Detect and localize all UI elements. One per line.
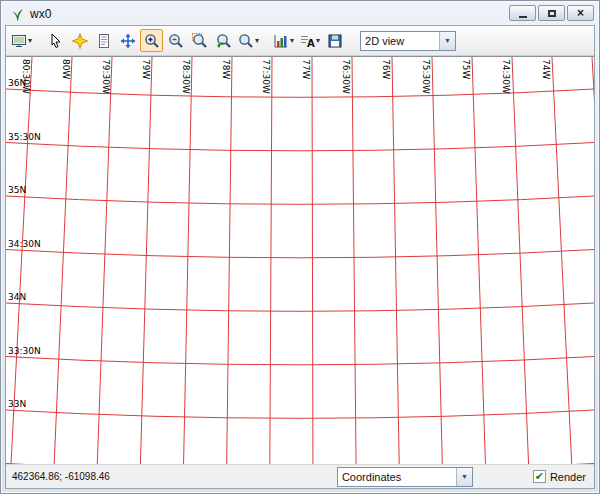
tool-pointer[interactable] [44,29,67,52]
meridian-line [432,57,442,464]
zoom-out-icon [168,33,184,49]
zoom-in-icon [144,33,160,49]
lon-label: 78:30W [180,59,191,94]
meridian-line [592,57,594,464]
meridian-line [184,57,192,464]
tool-zoom-back[interactable] [212,29,235,52]
lon-label: 75:30W [420,59,431,94]
tool-zoom-options[interactable]: ▾ [236,29,261,52]
window-controls: × [509,5,594,21]
meridian-line [552,57,572,464]
pointer-icon [48,33,64,49]
lon-label: 77:30W [260,59,271,94]
meridian-line [312,57,313,464]
meridian-line [97,57,112,464]
tool-zoom-to-selected[interactable] [188,29,211,52]
lon-label: 74:30W [500,59,511,94]
app-body: ▾▾▾A▾ 2D view ▼ 80:30W80W79:30W79W78:30W… [5,25,595,489]
analyze-icon [273,33,289,49]
add-overlay-icon: A [299,33,315,49]
lon-label: 74W [540,59,551,79]
pan-icon [120,33,136,49]
app-window: wx0 × ▾▾▾A▾ 2D view ▼ 80:30W80W79:30W79W… [0,0,600,494]
view-mode-value: 2D view [361,35,439,47]
close-button[interactable]: × [567,5,594,21]
meridian-line [270,57,272,464]
meridian-line [140,57,152,464]
meridian-line [472,57,485,464]
meridian-line [512,57,529,464]
meridian-line [392,57,399,464]
lon-label: 77W [300,59,311,79]
window-title: wx0 [30,7,51,21]
render-label: Render [550,471,586,483]
parallel-line [6,303,594,311]
meridian-line [227,57,232,464]
app-icon [10,7,25,22]
lat-label: 33:30N [8,346,41,356]
close-icon: × [577,7,584,19]
dropdown-arrow-icon: ▾ [255,36,259,45]
titlebar[interactable]: wx0 × [5,1,595,25]
lon-label: 75W [460,59,471,79]
lon-label: 79:30W [100,59,111,94]
statusbar-mode-select[interactable]: Coordinates ▼ [337,467,473,487]
parallel-line [6,410,594,418]
zoom-back-icon [216,33,232,49]
select-icon [72,33,88,49]
statusbar-mode-value: Coordinates [338,471,456,483]
tool-zoom-out[interactable] [164,29,187,52]
tool-pan[interactable] [116,29,139,52]
check-icon: ✔ [535,471,544,482]
lon-label: 79W [140,59,151,79]
parallel-line [6,357,594,365]
chevron-down-icon: ▼ [439,32,455,50]
map-toolbar: ▾▾▾A▾ 2D view ▼ [6,26,594,56]
tool-analyze[interactable]: ▾ [271,29,296,52]
map-graticule-svg [6,57,594,464]
lat-label: 34:30N [8,239,41,249]
meridian-line [352,57,356,464]
map-canvas[interactable]: 80:30W80W79:30W79W78:30W78W77:30W77W76:3… [6,56,594,464]
lat-label: 33N [8,399,26,409]
toolbar-items: ▾▾▾A▾ [9,29,355,52]
tool-save-display[interactable] [323,29,346,52]
statusbar: 462364.86; -61098.46 Coordinates ▼ ✔ Ren… [6,464,594,488]
parallel-line [6,250,594,258]
lat-label: 36N [8,78,26,88]
lat-label: 35:30N [8,132,41,142]
chevron-down-icon: ▼ [456,468,472,486]
maximize-button[interactable] [538,5,565,21]
save-display-icon [327,33,343,49]
tool-render-display[interactable]: ▾ [9,29,34,52]
lat-label: 34N [8,292,26,302]
tool-zoom-in[interactable] [140,29,163,52]
dropdown-arrow-icon: ▾ [316,36,320,45]
minimize-icon [519,16,527,18]
lon-label: 78W [220,59,231,79]
view-mode-select[interactable]: 2D view ▼ [360,31,456,51]
maximize-icon [548,10,556,17]
dropdown-arrow-icon: ▾ [28,36,32,45]
minimize-button[interactable] [509,5,536,21]
zoom-options-icon [238,33,254,49]
coordinate-readout: 462364.86; -61098.46 [12,471,110,482]
lon-label: 76:30W [340,59,351,94]
meridian-line [54,57,72,464]
tool-add-overlay[interactable]: A▾ [297,29,322,52]
zoom-to-selected-icon [192,33,208,49]
parallel-line [6,143,594,151]
lon-label: 76W [380,59,391,79]
query-icon [96,33,112,49]
parallel-line [6,464,594,465]
lon-label: 80W [60,59,71,79]
lon-label: 80:30W [20,59,31,94]
svg-text:A: A [307,37,315,48]
render-display-icon [11,33,27,49]
checkbox-icon: ✔ [533,470,546,483]
lat-label: 35N [8,185,26,195]
tool-query[interactable] [92,29,115,52]
tool-select[interactable] [68,29,91,52]
render-checkbox[interactable]: ✔ Render [533,470,586,483]
dropdown-arrow-icon: ▾ [290,36,294,45]
